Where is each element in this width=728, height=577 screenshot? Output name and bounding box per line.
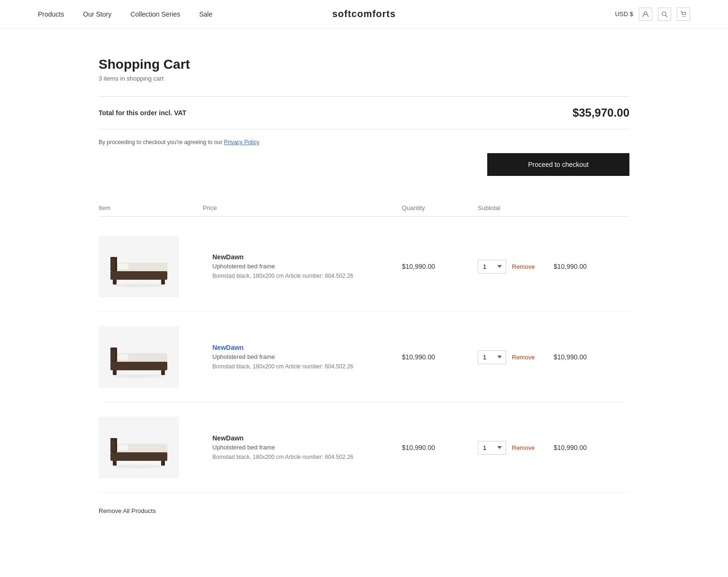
- search-icon[interactable]: [658, 8, 671, 21]
- nav-sale[interactable]: Sale: [199, 10, 212, 18]
- svg-point-1: [662, 12, 666, 16]
- page-title: Shopping Cart: [99, 57, 629, 72]
- site-logo[interactable]: softcomforts: [332, 9, 396, 19]
- item-count: 3 items in shopping cart: [99, 75, 629, 82]
- svg-rect-33: [161, 461, 165, 466]
- product-details-1: Bomstad black, 180x200 cm Article number…: [212, 362, 402, 371]
- svg-rect-23: [161, 370, 165, 375]
- quantity-wrapper-0: 1 2 3 4 5 Remove: [478, 260, 554, 274]
- privacy-notice: By proceeding to checkout you're agreein…: [99, 139, 629, 146]
- svg-rect-22: [113, 370, 117, 375]
- privacy-policy-link[interactable]: Privacy Policy: [224, 139, 259, 146]
- cart-table-header: Item Price Quantity Subtotal: [99, 200, 629, 217]
- svg-point-4: [684, 16, 685, 17]
- product-name-link-1[interactable]: NewDawn: [212, 344, 402, 351]
- header-price: Price: [203, 204, 402, 211]
- remove-item-button-1[interactable]: Remove: [512, 354, 535, 361]
- remove-item-button-0[interactable]: Remove: [512, 263, 535, 270]
- nav-our-story[interactable]: Our Story: [83, 10, 111, 18]
- cart-item: NewDawn Upholstered bed frame Bomstad bl…: [99, 221, 629, 312]
- product-details-0: Bomstad black, 180x200 cm Article number…: [212, 272, 402, 280]
- header-subtotal: Subtotal: [478, 204, 554, 211]
- svg-point-3: [682, 16, 683, 17]
- quantity-select-1[interactable]: 1 2 3 4 5: [478, 350, 506, 364]
- quantity-select-0[interactable]: 1 2 3 4 5: [478, 260, 506, 274]
- quantity-select-2[interactable]: 1 2 3 4 5: [478, 441, 506, 455]
- product-type-0: Upholstered bed frame: [212, 263, 402, 270]
- order-total-label: Total for this order incl. VAT: [99, 109, 186, 117]
- svg-line-2: [666, 15, 668, 17]
- cart-items: NewDawn Upholstered bed frame Bomstad bl…: [99, 221, 629, 493]
- product-image-2: [99, 417, 179, 478]
- product-price-2: $10,990.00: [402, 444, 478, 451]
- product-image-1: [99, 326, 179, 388]
- remove-item-button-2[interactable]: Remove: [512, 444, 535, 451]
- svg-rect-31: [118, 445, 128, 450]
- header-item: Item: [99, 204, 203, 211]
- checkout-row: Proceed to checkout: [99, 153, 629, 176]
- svg-rect-21: [118, 354, 128, 360]
- product-info-2: NewDawn Upholstered bed frame Bomstad bl…: [203, 434, 402, 461]
- product-info-1: NewDawn Upholstered bed frame Bomstad bl…: [203, 344, 402, 371]
- nav-products[interactable]: Products: [38, 10, 64, 18]
- checkout-button[interactable]: Proceed to checkout: [487, 153, 629, 176]
- svg-rect-32: [113, 461, 117, 466]
- cart-icon[interactable]: [677, 8, 690, 21]
- nav-right: USD $: [615, 8, 690, 21]
- cart-item: NewDawn Upholstered bed frame Bomstad bl…: [99, 312, 629, 403]
- product-subtotal-2: $10,990.00: [554, 444, 629, 451]
- navigation: Products Our Story Collection Series Sal…: [0, 0, 728, 28]
- product-price-1: $10,990.00: [402, 353, 478, 361]
- order-summary: Total for this order incl. VAT $35,970.0…: [99, 96, 629, 129]
- product-image-0: [99, 236, 179, 297]
- product-type-1: Upholstered bed frame: [212, 353, 402, 360]
- svg-rect-13: [161, 280, 165, 284]
- order-total-value: $35,970.00: [573, 106, 629, 119]
- product-name-2: NewDawn: [212, 434, 402, 442]
- svg-rect-5: [110, 271, 167, 280]
- product-type-2: Upholstered bed frame: [212, 444, 402, 451]
- product-info-0: NewDawn Upholstered bed frame Bomstad bl…: [203, 253, 402, 280]
- svg-point-24: [113, 374, 165, 378]
- main-content: Shopping Cart 3 items in shopping cart T…: [80, 28, 648, 552]
- nav-collection-series[interactable]: Collection Series: [130, 10, 180, 18]
- cart-item: NewDawn Upholstered bed frame Bomstad bl…: [99, 403, 629, 493]
- svg-rect-15: [110, 362, 167, 370]
- currency-display: USD $: [615, 10, 633, 18]
- quantity-wrapper-2: 1 2 3 4 5 Remove: [478, 441, 554, 455]
- product-subtotal-1: $10,990.00: [554, 353, 629, 361]
- product-name-0: NewDawn: [212, 253, 402, 261]
- quantity-wrapper-1: 1 2 3 4 5 Remove: [478, 350, 554, 364]
- product-details-2: Bomstad black, 180x200 cm Article number…: [212, 453, 402, 461]
- remove-all-products-link[interactable]: Remove All Products: [99, 507, 156, 514]
- svg-rect-12: [113, 280, 117, 284]
- product-subtotal-0: $10,990.00: [554, 263, 629, 270]
- svg-point-14: [113, 284, 165, 287]
- product-price-0: $10,990.00: [402, 263, 478, 270]
- svg-rect-11: [118, 264, 128, 269]
- nav-links: Products Our Story Collection Series Sal…: [38, 10, 212, 18]
- header-quantity: Quantity: [402, 204, 478, 211]
- user-icon[interactable]: [639, 8, 652, 21]
- svg-rect-25: [110, 452, 167, 461]
- svg-point-34: [113, 465, 165, 468]
